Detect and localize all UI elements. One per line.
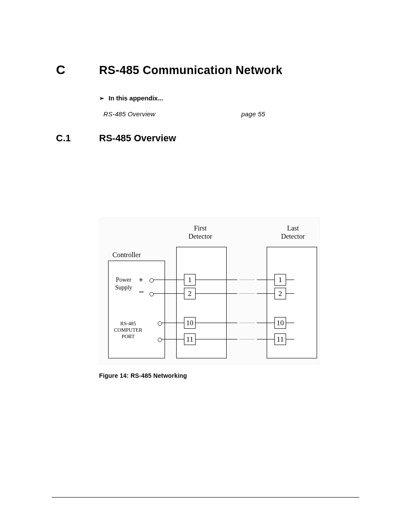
arrow-bullet-icon: ➣ [99, 95, 104, 102]
port-line3: PORT [122, 333, 135, 339]
port-line2: COMPUTER [114, 327, 142, 333]
ps-line2: Supply [115, 284, 132, 291]
port-line1: RS-485 [120, 320, 136, 327]
wire-last-stub-10 [286, 323, 294, 323]
controller-plus-sign: + [139, 276, 143, 285]
last-terminal-1: 1 [274, 274, 286, 286]
wire-ctrl-first-11 [162, 339, 184, 339]
dots-1 [240, 280, 255, 280]
label-last-line2: Detector [281, 233, 305, 240]
document-page: C RS-485 Communication Network ➣ In this… [0, 0, 411, 532]
dots-10 [240, 323, 255, 324]
label-first-line1: First [194, 224, 206, 232]
label-first-line2: Detector [188, 233, 212, 240]
chapter-letter: C [56, 62, 99, 77]
chapter-heading: C RS-485 Communication Network [56, 62, 359, 77]
section-heading: C.1 RS-485 Overview [56, 133, 359, 144]
first-terminal-2: 2 [184, 288, 196, 299]
wire-last-in-2 [257, 293, 274, 294]
controller-minus-sign: − [139, 289, 144, 295]
label-last-line1: Last [287, 224, 299, 232]
figure-caption: Figure 14: RS-485 Networking [99, 372, 319, 379]
controller-port-label: RS-485 COMPUTER PORT [112, 320, 144, 340]
wire-ctrl-first-2 [153, 293, 184, 294]
figure-diagram: First Detector Last Detector Controller … [99, 217, 320, 364]
wire-ctrl-first-10 [162, 323, 184, 323]
controller-terminal-2 [149, 292, 154, 296]
controller-terminal-10 [158, 321, 162, 326]
first-terminal-1: 1 [184, 274, 196, 286]
section-title: RS-485 Overview [99, 133, 176, 144]
dots-11 [240, 339, 255, 340]
last-terminal-2: 2 [274, 288, 286, 299]
last-terminal-11: 11 [274, 333, 286, 345]
last-terminal-10: 10 [274, 317, 286, 329]
footer-rule [52, 497, 359, 498]
wire-last-stub-11 [286, 339, 294, 339]
wire-first-out-11 [195, 339, 237, 339]
page-content: C RS-485 Communication Network ➣ In this… [0, 0, 411, 379]
wire-first-out-1 [195, 280, 237, 280]
wire-last-in-10 [257, 323, 274, 323]
wire-last-in-11 [257, 339, 274, 339]
wire-first-out-10 [195, 323, 237, 323]
first-terminal-10: 10 [184, 317, 196, 329]
section-number: C.1 [56, 133, 99, 144]
box-controller: Power Supply + − RS-485 COMPUTER PORT [108, 261, 165, 358]
figure-wrapper: First Detector Last Detector Controller … [99, 217, 319, 379]
wire-last-stub-1 [286, 280, 294, 280]
chapter-title: RS-485 Communication Network [99, 64, 282, 77]
label-controller: Controller [112, 251, 141, 259]
label-first-detector: First Detector [187, 224, 213, 240]
toc-item-page: page 55 [241, 110, 265, 118]
wire-first-out-2 [195, 293, 237, 294]
wire-ctrl-first-1 [153, 280, 184, 280]
appendix-intro-text: In this appendix... [109, 94, 163, 102]
controller-terminal-1 [149, 278, 154, 283]
dots-2 [240, 293, 255, 294]
wire-last-in-1 [257, 280, 274, 280]
toc-row: RS-485 Overview page 55 [103, 110, 359, 118]
ps-line1: Power [116, 277, 131, 283]
wire-last-stub-2 [286, 293, 294, 294]
first-terminal-11: 11 [184, 333, 196, 345]
appendix-intro: ➣ In this appendix... [99, 94, 359, 102]
toc-item-label: RS-485 Overview [103, 110, 241, 118]
controller-power-supply: Power Supply [113, 276, 134, 291]
label-last-detector: Last Detector [278, 224, 308, 240]
controller-terminal-11 [158, 338, 162, 342]
